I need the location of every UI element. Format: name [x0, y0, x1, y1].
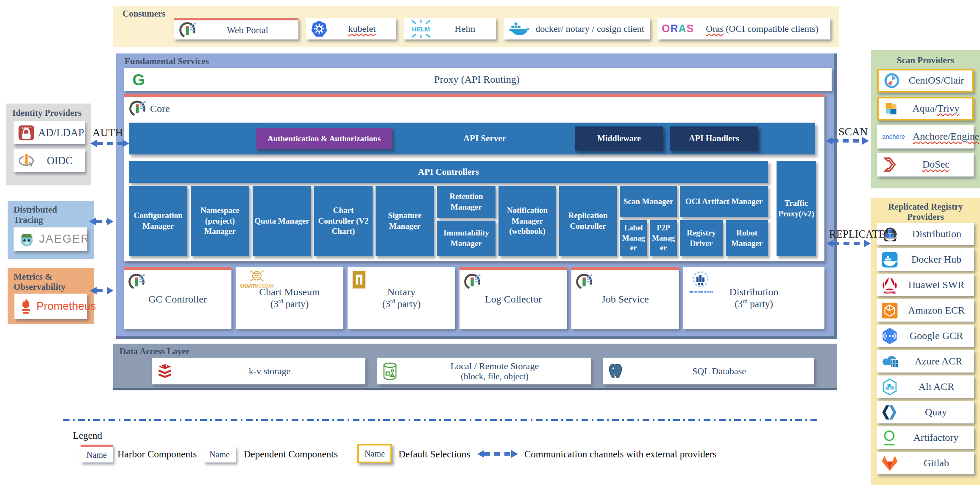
sql-database-card: SQL Database	[603, 358, 814, 384]
trivy-icon	[883, 100, 900, 117]
dockerhub-icon	[881, 251, 899, 269]
auth-label: AUTH	[92, 126, 123, 139]
docker-icon	[508, 21, 530, 37]
helm-label: Helm	[434, 23, 496, 34]
notification-manager-box: Notification Manager (webhook)	[498, 186, 556, 256]
distribution-icon: DISTRIBUTION	[687, 270, 715, 296]
scan-manager-box: Scan Manager	[620, 186, 677, 217]
api-server-bar: Authentication & Authorizations API Serv…	[129, 123, 815, 154]
consumers-title: Consumers	[122, 8, 166, 19]
centos-clair-card: CentOS/Clair	[877, 69, 974, 92]
ad-ldap-label: AD/LDAP	[35, 127, 87, 139]
dosec-icon	[881, 156, 898, 174]
namespace-manager-box: Namespace (project) Manager	[191, 186, 249, 256]
retention-manager-box: Retention Manager	[437, 186, 496, 218]
aqua-trivy-card: Aqua/Trivy	[877, 97, 974, 120]
svg-text:HUAWEI: HUAWEI	[884, 291, 896, 294]
legend-harbor-swatch: Name	[81, 445, 113, 462]
legend-dependent-swatch: Name	[203, 446, 236, 462]
harbor-icon	[127, 272, 146, 291]
google-gcr-label: Google GCR	[899, 330, 974, 342]
proxy-bar: G Proxy (API Routing)	[124, 68, 832, 91]
data-access-title: Data Access Layer	[120, 346, 190, 356]
services-row: GC ControllerCHARTMUSEUMChart Museum(3rd…	[124, 267, 824, 329]
core-box: Core Authentication & Authorizations API…	[124, 94, 824, 261]
notary-card: Notary(3rd party)	[348, 267, 455, 329]
artifactory-label: Artifactory	[898, 432, 974, 444]
web-portal-card: Web Portal	[174, 18, 298, 39]
immutability-manager-box: Immutability Manager	[437, 221, 496, 256]
docker-notary-cosign-client-card: docker/ notary / cosign client	[504, 18, 650, 39]
legend-arrow	[477, 451, 518, 457]
helm-icon: HELM	[408, 19, 434, 39]
log-collector-card: Log Collector	[459, 267, 567, 329]
api-handlers-box: API Handlers	[670, 126, 758, 151]
local-remote-storage-label: Local / Remote Storage(block, file, obje…	[398, 361, 591, 381]
oras-oci-compatible-clients-label: Oras (OCI compatible clients)	[694, 23, 830, 34]
distributed-tracing-panel: Distributed Tracing JAEGER	[8, 201, 94, 259]
clair-icon	[883, 72, 901, 90]
quay-icon	[881, 404, 898, 421]
distribution-label: Distribution	[899, 228, 974, 240]
data-access-row: k-v storageLocal / Remote Storage(block,…	[152, 358, 814, 384]
huawei-swr-label: Huawei SWR	[899, 279, 974, 291]
identity-title: Identity Providers	[12, 108, 82, 118]
azure-acr-icon	[881, 353, 903, 370]
openid-icon	[18, 153, 35, 168]
google-gcr-icon	[881, 327, 899, 345]
sql-database-label: SQL Database	[624, 366, 814, 376]
postgres-icon	[607, 362, 624, 380]
nginx-icon: G	[130, 70, 148, 88]
robot-manager-box: Robot Manager	[726, 220, 768, 256]
anchore-icon: anchore	[881, 132, 909, 142]
fundamental-title: Fundamental Services	[125, 56, 209, 66]
middleware-box: Middleware	[575, 126, 663, 151]
auth-arrow	[90, 140, 129, 147]
registry-providers-title: Replicated Registry Providers	[871, 202, 980, 222]
auth-box: Authentication & Authorizations	[256, 128, 392, 149]
distribution-card: Distribution	[877, 223, 974, 245]
redis-icon	[156, 363, 174, 380]
p2p-manager-box: P2P Manager	[650, 220, 677, 256]
oci-artifact-manager-box: OCI Artifact Manager	[680, 186, 768, 217]
replication-controller-box: Replication Controller	[559, 186, 617, 256]
gitlab-label: Gitlab	[899, 457, 974, 469]
chart-controller-box: Chart Controller (V2 Chart)	[314, 186, 373, 256]
huawei-swr-card: HUAWEIHuawei SWR	[877, 274, 974, 296]
prometheus-card: Prometheus	[14, 294, 87, 319]
svg-text:HELM: HELM	[412, 25, 430, 33]
kubelet-label: kubelet	[328, 23, 396, 34]
oidc-card: OIDC	[14, 149, 85, 172]
amazon-ecr-icon	[881, 302, 899, 319]
quay-label: Quay	[898, 406, 974, 418]
scan-providers-title: Scan Providers	[871, 55, 980, 65]
amazon-ecr-card: Amazon ECR	[877, 299, 974, 322]
oidc-label: OIDC	[35, 155, 85, 167]
distribution-card: DISTRIBUTIONDistribution(3rd party)	[683, 267, 824, 329]
google-gcr-card: Google GCR	[877, 325, 974, 347]
quay-card: Quay	[877, 401, 974, 423]
notary-icon	[351, 270, 367, 289]
svg-text:CHARTMUSEUM: CHARTMUSEUM	[240, 284, 273, 289]
ldap-icon: LDAP	[18, 124, 35, 141]
registry-providers-panel: Replicated Registry Providers Distributi…	[871, 198, 980, 485]
job-service-card: Job Service	[571, 267, 679, 329]
scan-providers-list: CentOS/ClairAqua/TrivyanchoreAnchore/Eng…	[877, 69, 974, 176]
scan-label: SCAN	[838, 126, 868, 138]
harbor-icon	[575, 272, 593, 291]
consumers-panel: Consumers Web PortalkubeletHELMHelmdocke…	[113, 6, 839, 47]
harbor-icon	[128, 99, 147, 118]
gc-controller-card: GC Controller	[124, 267, 231, 329]
metrics-arrow	[90, 287, 114, 294]
legend-name-label: Name	[209, 450, 230, 459]
jaeger-card: JAEGER	[14, 227, 87, 251]
data-access-panel: Data Access Layer k-v storageLocal / Rem…	[113, 344, 837, 390]
ali-acr-label: Ali ACR	[899, 381, 974, 393]
dosec-card: DoSec	[877, 153, 974, 176]
artifactory-card: Artifactory	[877, 426, 974, 449]
anchore-engine-label: Anchore/Engine	[909, 131, 980, 143]
api-controllers-bar: API Controllers	[129, 161, 768, 183]
registry-driver-box: Registry Driver	[680, 220, 723, 256]
azure-acr-label: Azure ACR	[903, 356, 974, 367]
k-v-storage-label: k-v storage	[174, 366, 365, 376]
